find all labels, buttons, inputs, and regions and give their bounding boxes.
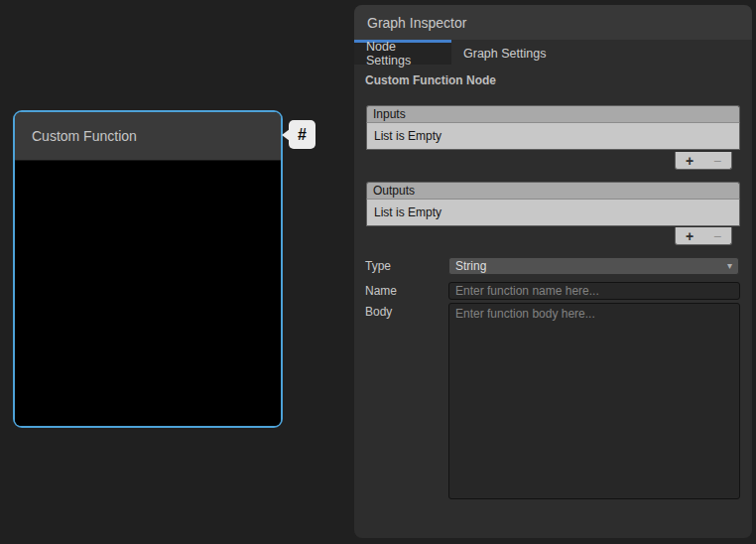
node-title: Custom Function <box>32 128 137 144</box>
chevron-down-icon: ▾ <box>727 261 732 271</box>
type-dropdown-value: String <box>455 259 486 273</box>
body-label: Body <box>365 303 392 321</box>
graph-inspector-panel: Graph Inspector Node Settings Graph Sett… <box>354 5 752 538</box>
function-name-input[interactable] <box>448 282 740 300</box>
tab-graph-settings[interactable]: Graph Settings <box>451 40 558 65</box>
tab-node-settings[interactable]: Node Settings <box>354 40 451 65</box>
inputs-list-footer: + − <box>675 152 732 170</box>
outputs-list: Outputs List is Empty + − <box>366 182 740 226</box>
outputs-list-header-label: Outputs <box>373 184 415 198</box>
minus-icon: − <box>713 153 721 169</box>
inputs-empty-label: List is Empty <box>374 129 441 143</box>
inputs-list-empty-row: List is Empty <box>366 123 740 150</box>
type-label: Type <box>365 257 391 275</box>
inputs-list-header: Inputs <box>366 105 740 123</box>
tab-graph-settings-label: Graph Settings <box>463 47 546 61</box>
inspector-tabbar: Node Settings Graph Settings <box>354 40 752 65</box>
plus-icon: + <box>686 153 693 169</box>
type-dropdown[interactable]: String ▾ <box>448 257 739 275</box>
shader-graph-editor: Custom Function # Graph Inspector Node S… <box>0 0 756 544</box>
plus-icon: + <box>686 228 693 244</box>
graph-inspector-title: Graph Inspector <box>367 15 466 31</box>
outputs-add-button[interactable]: + <box>676 228 703 244</box>
node-settings-heading: Custom Function Node <box>365 73 752 87</box>
inputs-list-header-label: Inputs <box>373 107 406 121</box>
name-label: Name <box>365 282 397 300</box>
outputs-empty-label: List is Empty <box>374 205 441 219</box>
node-title-bar[interactable]: Custom Function <box>15 112 281 161</box>
outputs-list-footer: + − <box>675 227 732 245</box>
inputs-add-button[interactable]: + <box>676 153 703 169</box>
function-body-textarea[interactable] <box>448 303 740 499</box>
tab-node-settings-label: Node Settings <box>366 40 440 68</box>
custom-function-node[interactable]: Custom Function <box>13 110 283 428</box>
badge-pointer-icon <box>282 129 290 141</box>
minus-icon: − <box>713 228 721 244</box>
graph-inspector-titlebar[interactable]: Graph Inspector <box>354 5 752 40</box>
inputs-remove-button[interactable]: − <box>703 153 731 169</box>
outputs-list-empty-row: List is Empty <box>366 200 740 226</box>
outputs-remove-button[interactable]: − <box>703 228 731 244</box>
outputs-list-header: Outputs <box>366 182 740 200</box>
hash-badge[interactable]: # <box>289 120 315 149</box>
hash-badge-label: # <box>298 126 307 144</box>
node-preview-area <box>15 162 281 426</box>
inputs-list: Inputs List is Empty + − <box>366 105 740 170</box>
